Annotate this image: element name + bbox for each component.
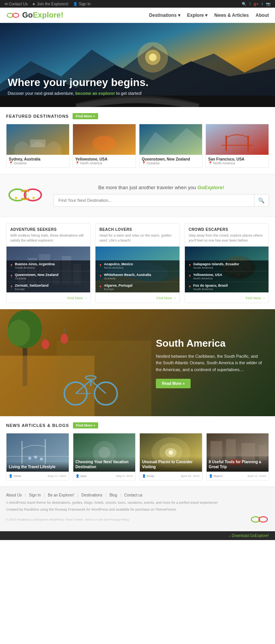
news-header: NEWS ARTICLES & BLOGS Find More » (6, 422, 269, 428)
cat-location-zermatt[interactable]: 📍 Zermatt, Switzerland Europe (6, 282, 90, 292)
footer-link-signin[interactable]: Sign In (29, 493, 41, 497)
pin-cro3: 📍 (188, 286, 192, 289)
news-overlay-4: 8 Useful Tools for Planning a Great Trip (207, 456, 269, 472)
dest-img-sf (206, 124, 269, 155)
cat-footer-beach: Find More → (95, 292, 179, 303)
svg-point-11 (92, 136, 116, 151)
news-img-2: Choosing Your Next Vacation Destination (73, 433, 136, 472)
top-bar-right: 🔍 f g+ t 📷 (242, 2, 270, 6)
search-icon[interactable]: 🔍 (242, 2, 246, 6)
svg-point-52 (42, 339, 49, 349)
cat-location-algarve[interactable]: 📍 Algarve, Portugal Europe (95, 282, 179, 292)
featured-find-more-button[interactable]: Find More » (73, 113, 98, 119)
categories-grid: ADVENTURE SEEKERS With endless hiking tr… (6, 223, 269, 303)
news-card-3[interactable]: Unusual Places to Consider Visiting 👤 Em… (139, 433, 202, 480)
footer-sep-5: | (120, 493, 121, 497)
dest-info-sydney: Sydney, Australia 📍Oceania (6, 155, 69, 167)
news-card-2[interactable]: Choosing Your Next Vacation Destination … (73, 433, 136, 480)
cat-desc-adventure: With endless hiking trails, these destin… (10, 233, 86, 243)
footer-link-destinations[interactable]: Destinations (81, 493, 102, 497)
featured-header: FEATURED DESTINATIONS Find More » (6, 113, 269, 119)
cat-location-foz[interactable]: 📍 Foz do Iguacu, Brasil South America (185, 282, 269, 292)
cat-locations-crowd: 📍 Galapagos Islands, Ecuador South Ameri… (185, 260, 269, 292)
footer-desc-1: A WordPress travel theme for destination… (6, 500, 269, 506)
twitter-icon[interactable]: t (262, 2, 263, 6)
nav-explore[interactable]: Explore ▾ (187, 13, 207, 18)
pin-bea2: 📍 (99, 275, 102, 278)
cat-card-crowd: CROWD ESCAPERS Step away from the crowd,… (184, 223, 269, 303)
dest-card-queenstown[interactable]: Queenstown, New Zealand 📍Oceania (139, 124, 202, 168)
cat-title-crowd: CROWD ESCAPERS (189, 227, 265, 232)
pin-adv2: 📍 (10, 275, 13, 278)
footer-link-contact[interactable]: Contact us (124, 493, 142, 497)
dest-region-sf: 📍North America (208, 161, 266, 165)
news-overlay-1: Living the Travel Lifestyle (6, 461, 69, 472)
news-date-1: May 11, 2015 (48, 474, 66, 478)
top-bar-left: ✉ Contact Us ★ Join the Explorers! 👤 Sig… (5, 2, 91, 6)
download-button[interactable]: ↓ Download GoExplore! (229, 534, 269, 538)
promo-search-bar: 🔍 (53, 194, 269, 207)
hero-subtitle: Discover your next great adventure, beco… (8, 91, 149, 96)
dest-img-sydney (6, 124, 69, 155)
contact-link[interactable]: ✉ Contact Us (5, 2, 28, 6)
dest-info-yellowstone: Yellowstone, USA 📍North America (73, 155, 136, 167)
logo[interactable]: GoExplore! (6, 11, 63, 19)
download-bar: ↓ Download GoExplore! (0, 531, 275, 540)
svg-point-42 (8, 320, 30, 346)
svg-point-21 (32, 197, 35, 199)
news-img-1: Living the Travel Lifestyle (6, 433, 69, 472)
pin-icon4: 📍 (208, 161, 212, 165)
pin-bea3: 📍 (99, 286, 102, 289)
news-find-more-button[interactable]: Find More » (73, 422, 99, 428)
join-link[interactable]: ★ Join the Explorers! (32, 2, 68, 6)
cat-location-buenosaires[interactable]: 📍 Buenos Aires, Argentina South America (6, 260, 90, 271)
news-meta-4: 👤 Mason April 11, 2015 (207, 472, 269, 480)
cat-location-galapagos[interactable]: 📍 Galapagos Islands, Ecuador South Ameri… (185, 260, 269, 271)
news-card-4[interactable]: 8 Useful Tools for Planning a Great Trip… (206, 433, 269, 480)
pin-adv3: 📍 (10, 286, 13, 289)
pin-cro1: 📍 (188, 264, 192, 268)
footer-desc-2: Created by Parallelus using the Runway F… (6, 507, 269, 513)
pin-adv1: 📍 (10, 264, 13, 268)
footer-logo-svg (250, 514, 269, 525)
dest-card-sf[interactable]: San Francisco, USA 📍North America (205, 124, 269, 168)
news-card-1[interactable]: Living the Travel Lifestyle 👤 Olivia May… (6, 433, 69, 480)
crowd-find-more-link[interactable]: Find More → (246, 296, 265, 300)
svg-point-61 (34, 456, 37, 459)
news-grid: Living the Travel Lifestyle 👤 Olivia May… (6, 433, 269, 480)
pin-icon: 📍 (9, 161, 13, 165)
dest-card-sydney[interactable]: Sydney, Australia 📍Oceania (6, 124, 70, 168)
footer-link-about[interactable]: About Us (6, 493, 22, 497)
hero-content: Where your journey begins. Discover your… (0, 77, 156, 107)
cat-location-acapulco[interactable]: 📍 Acapulco, Mexico North America (95, 260, 179, 271)
footer-copy: © 2015 Parallelus | GoExplore! WordPress… (6, 518, 129, 521)
news-headline-3: Unusual Places to Consider Visiting (142, 459, 200, 469)
footer-link-explorer[interactable]: Be an Explorer! (48, 493, 74, 497)
svg-point-70 (168, 450, 173, 455)
dest-name-yellowstone: Yellowstone, USA (75, 157, 133, 161)
signin-link[interactable]: 👤 Sign In (73, 2, 91, 6)
destination-search-input[interactable] (54, 195, 254, 206)
news-date-4: April 11, 2015 (247, 474, 266, 478)
news-headline-4: 8 Useful Tools for Planning a Great Trip (209, 459, 267, 469)
googleplus-icon[interactable]: g+ (254, 2, 259, 6)
promo-search-button[interactable]: 🔍 (254, 195, 269, 206)
instagram-icon[interactable]: 📷 (266, 2, 270, 6)
star-icon: ★ (32, 2, 36, 6)
footer-link-blog[interactable]: Blog (110, 493, 117, 497)
dest-info-sf: San Francisco, USA 📍North America (206, 155, 269, 167)
cat-location-yellowstone-crowd[interactable]: 📍 Yellowstone, USA North America (185, 271, 269, 282)
sa-read-more-button[interactable]: Read More » (156, 379, 191, 388)
cat-location-whitehaven[interactable]: 📍 Whitehaven Beach, Australia Oceania (95, 271, 179, 282)
navbar: GoExplore! Destinations ▾ Explore ▾ News… (0, 8, 275, 23)
nav-news[interactable]: News & Articles (214, 13, 249, 18)
nav-destinations[interactable]: Destinations ▾ (149, 13, 180, 18)
cat-location-queenstown-adv[interactable]: 📍 Queenstown, New Zealand Oceania (6, 271, 90, 282)
hero-cta-link[interactable]: become an explorer (75, 91, 115, 96)
footer-sep-3: | (77, 493, 78, 497)
beach-find-more-link[interactable]: Find More → (157, 296, 176, 300)
adventure-find-more-link[interactable]: Find More → (67, 296, 87, 300)
nav-about[interactable]: About (256, 13, 269, 18)
dest-card-yellowstone[interactable]: Yellowstone, USA 📍North America (73, 124, 136, 168)
facebook-icon[interactable]: f (249, 2, 251, 6)
